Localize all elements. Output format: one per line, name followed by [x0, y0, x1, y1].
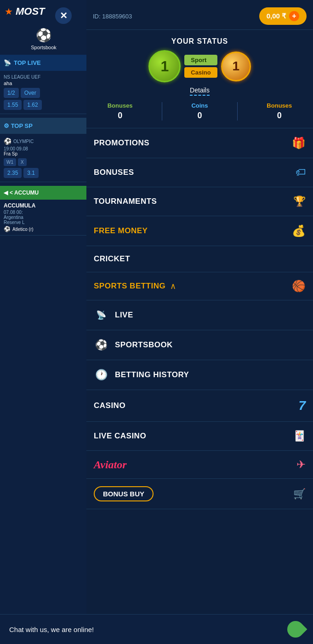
bottom-spacer [86, 509, 313, 537]
side-menu-panel: ID: 188859603 0,00 ₹ + YOUR STATUS 1 Spo… [86, 0, 313, 644]
status-title: YOUR STATUS [93, 37, 307, 46]
tournaments-icon: 🏆 [293, 196, 306, 207]
background-content: ★ MOST ⚽ Sportsbook 📡 TOP LIVE NS LEAGUE… [0, 0, 87, 644]
close-button[interactable]: ✕ [55, 7, 72, 24]
sports-betting-ball-icon: 🏀 [292, 280, 306, 293]
casino-level-coin: 1 [221, 52, 251, 81]
status-badge-labels: Sport Casino [184, 55, 217, 78]
betting-history-label: BETTING HISTORY [115, 370, 189, 380]
tournaments-item[interactable]: TOURNAMENTS 🏆 [86, 187, 313, 216]
top-sports-banner: ⚙ TOP SP [0, 118, 87, 134]
logo-area: ★ MOST [0, 0, 87, 23]
logo-star: ★ [5, 6, 13, 17]
bonuses-green-value: 0 [108, 111, 133, 121]
odds-row: 1/2 Over [4, 88, 84, 98]
sportsbook-label: Sportsbook [31, 45, 57, 50]
team-name: aha [4, 80, 84, 86]
sport-badge: Sport [184, 55, 217, 65]
betting-history-clock-icon: 🕐 [94, 368, 108, 382]
user-id: ID: 188859603 [93, 13, 132, 20]
sport-level-coin: 1 [148, 50, 181, 82]
top-live-text: TOP LIVE [14, 59, 41, 66]
match-info-1: NS LEAGUE UEF aha 1/2 Over 1.55 1.62 [0, 71, 87, 114]
bonuses-item[interactable]: BONUSES 🏷 [86, 158, 313, 187]
seven-icon: 7 [298, 398, 306, 413]
betting-history-item[interactable]: 🕐 BETTING HISTORY [86, 360, 313, 390]
close-icon: ✕ [60, 11, 68, 20]
sportsbook-nav: ⚽ Sportsbook [0, 23, 87, 55]
sport-level-number: 1 [160, 58, 169, 75]
x-val: 3.1 [23, 168, 39, 178]
balance-button[interactable]: 0,00 ₹ + [259, 7, 307, 25]
free-money-label: FREE MONEY [94, 226, 148, 236]
odd-over: Over [21, 88, 40, 98]
soccer-icon-3: ⚽ [4, 226, 11, 232]
aviator-item[interactable]: Aviator ✈ [86, 451, 313, 479]
stats-row: Bonuses 0 Coins 0 Bonuses 0 [93, 102, 307, 121]
stat-divider-2 [237, 102, 238, 121]
sports-betting-item[interactable]: SPORTS BETTING ∧ 🏀 [86, 272, 313, 300]
sports-betting-left: SPORTS BETTING ∧ [94, 281, 176, 291]
status-section: YOUR STATUS 1 Sport Casino 1 Details Bon… [86, 30, 313, 128]
bonuses-label: BONUSES [94, 168, 134, 177]
x-label: X [18, 158, 27, 166]
casino-badge: Casino [184, 67, 217, 78]
match-team-name: Atletico (r) [12, 227, 34, 232]
top-live-banner: 📡 TOP LIVE [0, 55, 87, 71]
promotions-label: PROMOTIONS [94, 138, 149, 148]
promotions-item[interactable]: PROMOTIONS 🎁 [86, 128, 313, 158]
sportsbook-label: SPORTSBOOK [115, 340, 173, 350]
w1-label: W1 [4, 158, 16, 166]
bonuses-green-stat: Bonuses 0 [108, 102, 133, 121]
coins-label: Coins [191, 102, 208, 109]
cards-icon: 🃏 [293, 430, 306, 442]
accumula-label: ACCUMULA [4, 202, 84, 209]
cricket-item[interactable]: CRICKET [86, 246, 313, 272]
chevron-up-icon: ∧ [170, 281, 176, 291]
match-2-odds: W1 X [4, 158, 84, 166]
stat-divider-1 [162, 102, 162, 121]
casino-level-number: 1 [232, 59, 239, 74]
bonuses-green-label: Bonuses [108, 102, 133, 109]
cricket-label: CRICKET [94, 254, 130, 264]
bonus-buy-button[interactable]: BONUS BUY [94, 486, 154, 501]
logo-text: MOST [16, 6, 45, 17]
arrow-icon: ◀ [4, 190, 8, 196]
status-badges-row: 1 Sport Casino 1 [93, 50, 307, 82]
live-label: LIVE [115, 310, 133, 320]
add-funds-icon: + [289, 11, 299, 21]
coins-value: 0 [191, 111, 208, 121]
top-sports-icon: ⚙ [4, 122, 9, 129]
live-radio-icon: 📡 [94, 308, 108, 322]
match-2-odds-vals: 2.35 3.1 [4, 168, 84, 178]
sportsbook-item[interactable]: ⚽ SPORTSBOOK [86, 330, 313, 360]
bonus-buy-item[interactable]: BONUS BUY 🛒 [86, 479, 313, 509]
free-money-item[interactable]: FREE MONEY 💰 [86, 216, 313, 246]
live-casino-item[interactable]: LIVE CASINO 🃏 [86, 422, 313, 451]
bonus-buy-label: BONUS BUY [103, 490, 144, 498]
match-country: Argentina [4, 215, 84, 220]
chat-icons [287, 621, 304, 638]
league-name: NS LEAGUE UEF [4, 75, 84, 80]
odd-val-2: 1.62 [23, 100, 41, 110]
live-item[interactable]: 📡 LIVE [86, 300, 313, 330]
match-league: Reserve L [4, 220, 84, 225]
details-link[interactable]: Details [93, 86, 307, 96]
match-info-2: ⚽ OLYMPIC 19:00 09.08 Fra Sp W1 X 2.35 3… [0, 134, 87, 182]
match-team-row: ⚽ Atletico (r) [4, 226, 84, 232]
sportsbook-ball-icon: ⚽ [36, 28, 52, 43]
live-pulse-icon: 📡 [96, 310, 106, 320]
odds-row-2: 1.55 1.62 [4, 100, 84, 110]
panel-header: ID: 188859603 0,00 ₹ + [86, 0, 313, 30]
star-cart-icon: 🛒 [293, 488, 306, 500]
promotions-icon: 🎁 [292, 137, 306, 150]
bonuses-yellow-stat: Bonuses 0 [267, 102, 292, 121]
bonuses-yellow-value: 0 [267, 111, 292, 121]
clock-icon: 🕐 [95, 369, 108, 381]
chat-text: Chat with us, we are online! [9, 626, 94, 633]
casino-item[interactable]: CASINO 7 [86, 390, 313, 422]
match-time: 19:00 09.08 [4, 146, 84, 151]
casino-label: CASINO [94, 401, 125, 410]
w1-val: 2.35 [4, 168, 22, 178]
odd-val-1: 1.55 [4, 100, 22, 110]
